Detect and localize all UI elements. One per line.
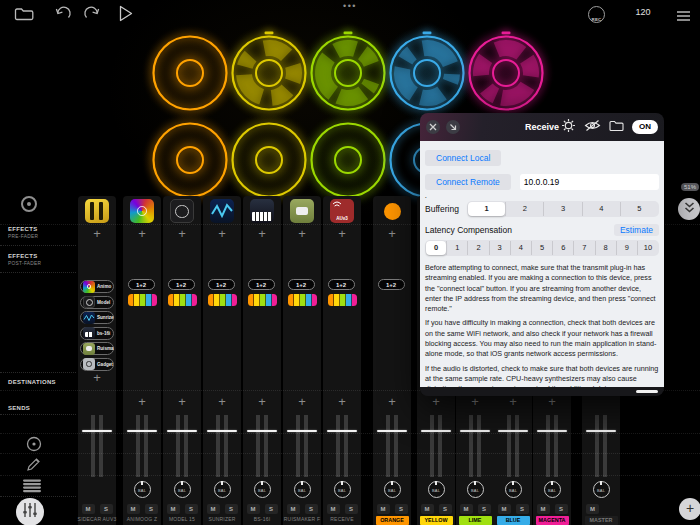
collapse-button[interactable] xyxy=(678,198,700,220)
solo-button[interactable]: S xyxy=(516,504,529,514)
menu-button[interactable] xyxy=(676,8,691,26)
channel-name-tag[interactable]: BLUE xyxy=(497,516,530,525)
add-effect-button[interactable]: + xyxy=(323,226,361,242)
balance-knob[interactable]: BAL xyxy=(505,481,522,498)
monitor-icon[interactable] xyxy=(20,195,38,217)
volume-fader-handle[interactable] xyxy=(287,430,317,432)
model15-icon[interactable] xyxy=(170,199,194,223)
sunrizer-icon[interactable] xyxy=(210,199,234,223)
volume-fader-handle[interactable] xyxy=(498,430,528,432)
latency-segment-10[interactable]: 10 xyxy=(637,241,658,255)
close-icon[interactable] xyxy=(426,120,440,134)
mute-button[interactable]: M xyxy=(82,504,95,514)
volume-fader-handle[interactable] xyxy=(167,430,197,432)
channel-name-tag[interactable]: LIME xyxy=(459,516,492,525)
redo-button[interactable] xyxy=(83,5,100,26)
solo-button[interactable]: S xyxy=(555,504,568,514)
solo-button[interactable]: S xyxy=(478,504,491,514)
balance-knob[interactable]: BAL xyxy=(428,481,445,498)
output-bus-button[interactable]: 1+2 xyxy=(248,279,275,290)
solo-button[interactable]: S xyxy=(395,504,408,514)
mute-button[interactable]: M xyxy=(167,504,180,514)
channel-name[interactable]: BS-16I xyxy=(254,516,271,522)
latency-segment-1[interactable]: 1 xyxy=(446,241,467,255)
window-drag-handle[interactable]: ••• xyxy=(330,1,370,11)
latency-segment-6[interactable]: 6 xyxy=(552,241,573,255)
connect-local-button[interactable]: Connect Local xyxy=(425,150,501,166)
record-button[interactable]: REC xyxy=(588,6,605,23)
add-send-button[interactable]: + xyxy=(417,394,455,410)
sidecar-app-sunrize[interactable]: Sunrize xyxy=(80,311,114,324)
channel-name[interactable]: SIDECAR AUV3 xyxy=(78,516,117,522)
balance-knob[interactable]: BAL xyxy=(334,481,351,498)
channel-name[interactable]: MODEL 15 xyxy=(169,516,195,522)
mute-button[interactable]: M xyxy=(586,504,599,514)
balance-knob[interactable]: BAL xyxy=(174,481,191,498)
add-effect-button[interactable]: + xyxy=(373,226,411,242)
output-bus-button[interactable]: 1+2 xyxy=(168,279,195,290)
channel-name-tag[interactable]: YELLOW xyxy=(420,516,453,525)
add-send-button[interactable]: + xyxy=(533,394,571,410)
add-send-button[interactable]: + xyxy=(163,394,201,410)
latency-segment-5[interactable]: 5 xyxy=(531,241,552,255)
eye-hidden-icon[interactable] xyxy=(584,118,601,136)
add-effect-button[interactable]: + xyxy=(203,226,241,242)
add-send-button[interactable]: + xyxy=(283,394,321,410)
latency-segment-7[interactable]: 7 xyxy=(573,241,594,255)
add-effect-button[interactable]: + xyxy=(78,226,116,242)
volume-fader-handle[interactable] xyxy=(537,430,567,432)
sidecar-app-ruisma[interactable]: Ruisma xyxy=(80,342,114,355)
sidecar-app-animo[interactable]: Animo xyxy=(80,280,114,293)
preset-folder-icon[interactable] xyxy=(609,118,624,136)
solo-button[interactable]: S xyxy=(145,504,158,514)
solo-button[interactable]: S xyxy=(100,504,113,514)
mixer-settings-button[interactable] xyxy=(16,498,44,525)
mute-button[interactable]: M xyxy=(421,504,434,514)
balance-knob[interactable]: BAL xyxy=(134,481,151,498)
solo-button[interactable]: S xyxy=(265,504,278,514)
record-arm-icon[interactable] xyxy=(26,436,42,456)
sidecar-icon[interactable] xyxy=(85,199,109,223)
add-channel-button[interactable]: + xyxy=(679,498,700,520)
channel-name[interactable]: RUISMAKER F xyxy=(284,516,320,522)
solo-button[interactable]: S xyxy=(345,504,358,514)
channel-name[interactable]: ANIMOOG Z xyxy=(127,516,157,522)
add-send-button[interactable]: + xyxy=(323,394,361,410)
sidecar-app-gadget[interactable]: Gadget xyxy=(80,358,114,371)
volume-fader-handle[interactable] xyxy=(127,430,157,432)
volume-fader-handle[interactable] xyxy=(82,430,112,432)
output-bus-button[interactable]: 1+2 xyxy=(378,279,405,290)
balance-knob[interactable]: BAL xyxy=(294,481,311,498)
ruismaker-icon[interactable] xyxy=(290,199,314,223)
output-bus-button[interactable]: 1+2 xyxy=(208,279,235,290)
open-file-button[interactable] xyxy=(14,7,34,25)
mute-button[interactable]: M xyxy=(247,504,260,514)
balance-knob[interactable]: BAL xyxy=(593,481,610,498)
balance-knob[interactable]: BAL xyxy=(467,481,484,498)
balance-knob[interactable]: BAL xyxy=(214,481,231,498)
channel-name-tag[interactable]: MAGENTA xyxy=(536,516,569,525)
remote-ip-input[interactable] xyxy=(520,174,659,190)
mute-button[interactable]: M xyxy=(287,504,300,514)
mute-button[interactable]: M xyxy=(207,504,220,514)
mute-button[interactable]: M xyxy=(127,504,140,514)
estimate-button[interactable]: Estimate xyxy=(614,224,659,236)
tempo-display[interactable]: 120 xyxy=(628,7,658,17)
add-send-button[interactable]: + xyxy=(243,394,281,410)
resize-handle[interactable] xyxy=(636,390,658,394)
add-destination-button[interactable]: + xyxy=(78,370,116,386)
balance-knob[interactable]: BAL xyxy=(544,481,561,498)
latency-segment-3[interactable]: 3 xyxy=(489,241,510,255)
output-bus-button[interactable]: 1+2 xyxy=(328,279,355,290)
add-send-button[interactable]: + xyxy=(373,394,411,410)
bus-color-icon[interactable] xyxy=(384,203,401,220)
volume-fader-handle[interactable] xyxy=(586,430,616,432)
add-send-button[interactable]: + xyxy=(123,394,161,410)
gear-icon[interactable] xyxy=(561,118,576,137)
popout-icon[interactable] xyxy=(446,120,460,134)
volume-fader-handle[interactable] xyxy=(247,430,277,432)
latency-segment-0[interactable]: 0 xyxy=(426,241,446,255)
volume-fader-handle[interactable] xyxy=(460,430,490,432)
solo-button[interactable]: S xyxy=(225,504,238,514)
buffering-segment-2[interactable]: 2 xyxy=(505,202,543,216)
